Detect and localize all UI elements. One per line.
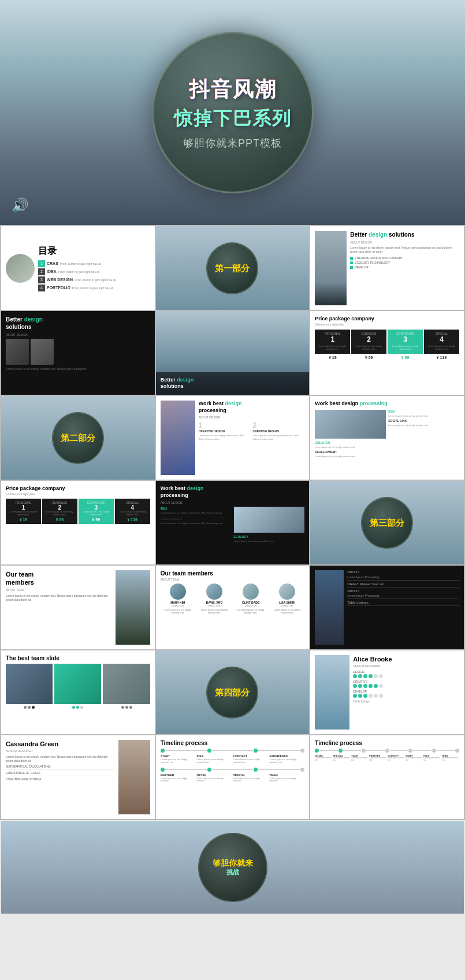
member-avatar-1 xyxy=(170,583,186,600)
price-slide-2: Price package company Choose your right … xyxy=(1,481,155,564)
section-3-text: 第三部分 xyxy=(370,518,404,528)
pc-business-body: Lorem Ipsum is not simply random text. xyxy=(352,345,385,350)
team-member-3: CLINT DADE DIRECTOR Lorem Ipsum is not s… xyxy=(233,583,268,614)
design-dot-2 xyxy=(350,261,353,264)
p2-corporate-body: Lorem Ipsum is not simply random text. xyxy=(80,511,113,517)
tl2-b6: Lorem Ipsum random text. xyxy=(406,757,423,761)
design-photo-slide: Better designsolutions xyxy=(156,311,310,395)
pc-corporate-body: Lorem Ipsum is not simply random text. xyxy=(389,345,422,350)
team-dark-title: Our teammembers xyxy=(6,570,112,587)
design-subtitle: ABOUT DESIGN xyxy=(350,241,459,244)
p2-special-price: ¥ 119 xyxy=(116,518,149,522)
timeline-track-1 xyxy=(161,749,305,753)
wds-idea-body: Lorem Ipsum is not simply random text. W… xyxy=(161,511,232,514)
dark-data-divider4 xyxy=(347,605,459,606)
toc-item-2: 2 IDEA Proin, button to give right has a… xyxy=(38,268,150,275)
timeline-items-1: START Lorem Ipsum is not simply random t… xyxy=(161,754,305,764)
work-development-body: Lorem Ipsum is not simply random text. xyxy=(315,455,386,458)
tl2-b3: Lorem Ipsum random text. xyxy=(351,757,369,761)
toc-title: 目录 xyxy=(38,245,150,257)
tl-body-detail: Lorem Ipsum is not simply random. xyxy=(197,777,232,783)
tl-dot xyxy=(161,749,165,753)
hero-title2: 惊掉下巴系列 xyxy=(174,106,292,132)
alice-name: Alice Brooke xyxy=(353,655,459,663)
toc-label-4: PORTFOLIO xyxy=(47,286,70,290)
price-card-personal-1: PERSONAL 1 Lorem Ipsum is not simply ran… xyxy=(315,330,350,354)
cassandra-photo xyxy=(118,740,150,814)
tl-body-special: Lorem Ipsum is not simply random. xyxy=(233,777,269,783)
design-item-2: ECOLOGY TECHNOLOGY xyxy=(350,261,459,264)
cassandra-tag-2: COMPLIANCE OF GOALS xyxy=(6,771,115,775)
work-sections: 1 CREATIVE DESIGN Lorem Ipsum is not sim… xyxy=(199,421,305,440)
dot-1-3 xyxy=(32,706,35,709)
work-photo-tint xyxy=(161,401,195,475)
dot-group-2 xyxy=(54,706,101,709)
member-role-2: DIRECTOR xyxy=(209,604,221,607)
alice-skill-3: DEVELOP xyxy=(353,690,459,698)
price2-corporate: CORPORATE 3 Lorem Ipsum is not simply ra… xyxy=(79,499,114,524)
design-solutions-content: Better design solutions ABOUT DESIGN Lor… xyxy=(315,231,459,305)
tl-label-team: TEAM xyxy=(269,773,304,777)
section-4-slide: 第四部分 xyxy=(156,650,310,734)
work-idea-label: IDEA xyxy=(388,410,459,413)
tl2-b2: Lorem Ipsum random text. xyxy=(333,757,351,761)
work-label-2: CREATIVE DESIGN xyxy=(253,429,305,433)
dot-2-3 xyxy=(80,706,83,709)
best-team-slide: The best team slide xyxy=(1,650,155,734)
tl2-b4: Lorem Ipsum random text. xyxy=(369,757,386,761)
tl2-dot-empty xyxy=(455,749,459,753)
work-num-1: 1 xyxy=(199,421,251,429)
best-team-photos xyxy=(6,664,150,704)
team-dark-content: Our teammembers ABOUT TEAM Lorem Ipsum i… xyxy=(6,570,112,645)
team-dark-subtitle: ABOUT TEAM xyxy=(6,588,112,592)
tl-line xyxy=(212,769,254,770)
member-avatar-2 xyxy=(206,583,222,600)
tl2-item-2: SPECIALLorem Ipsum random text. xyxy=(333,754,351,761)
work-right-title: Work best design processing xyxy=(315,401,459,407)
work-body-1: Lorem Ipsum is not simply random text. W… xyxy=(199,434,251,440)
alice-slide: Alice Brooke SENIOR DESIGNER DESIGN CREA… xyxy=(310,650,464,734)
tl-item-idea: IDEA Lorem Ipsum is not simply random te… xyxy=(197,754,232,764)
dark-design-persons xyxy=(6,339,150,365)
tl2-dot-empty xyxy=(432,749,436,753)
team-title: Our team members xyxy=(161,570,305,577)
best-team-photo-2 xyxy=(54,664,101,704)
work-dark-slide: Work best designprocessing ABOUT DESIGN … xyxy=(156,481,310,564)
hero-title1: 抖音风潮 xyxy=(189,76,277,104)
dot-group-1 xyxy=(6,706,53,709)
skill-dot-empty xyxy=(379,684,383,688)
design-photo-highlight: design xyxy=(177,377,194,383)
design-body: Lorem Ipsum is not simply random text. N… xyxy=(350,246,459,254)
alice-skill-design-dots xyxy=(353,674,459,678)
work-title: Work best designprocessing xyxy=(199,401,305,414)
toc-label-3: WEB DESIGN xyxy=(47,278,73,282)
work-social-label: SOCIAL LINK xyxy=(388,419,459,422)
price-card-special-1: SPECIAL 4 Lorem Ipsum is not simply rand… xyxy=(424,330,459,354)
team-members-row: MARY KIM DIRECTOR Lorem Ipsum is not sim… xyxy=(161,583,305,614)
design-dot-1 xyxy=(350,257,353,260)
member-body-2: Lorem Ipsum is not simply random text. xyxy=(197,608,232,614)
tl2-dot-empty xyxy=(408,749,412,753)
work-num-2: 2 xyxy=(253,421,305,429)
cassandra-body: Lorem Ipsum is not simply random text. N… xyxy=(6,755,115,762)
tl2-line xyxy=(366,750,384,751)
toc-desc-2: Proin, button to give right has all xyxy=(58,270,99,274)
best-team-title: The best team slide xyxy=(6,655,150,661)
tl-body-concept: Lorem Ipsum is not simply random text. xyxy=(233,758,269,764)
dark-data-val3: Lorem Ipsum Processing xyxy=(347,594,459,597)
p2-special-body: Lorem Ipsum is not simply random text. xyxy=(116,511,149,517)
dark-design-subtitle: ABOUT DESIGN xyxy=(6,333,150,336)
work-creation-body: Lorem Ipsum is not simply random text. xyxy=(315,446,386,448)
tl-dot xyxy=(161,768,165,772)
tl2-item-6: STARTLorem Ipsum random text. xyxy=(406,754,423,761)
cassandra-role: SENIOR DESIGNER xyxy=(6,749,115,753)
skill-dot xyxy=(353,684,357,688)
tl2-b7: Lorem Ipsum random text. xyxy=(423,757,441,761)
tl-body-idea: Lorem Ipsum is not simply random text. xyxy=(197,758,232,764)
toc-num-2: 2 xyxy=(38,268,45,275)
work-dark-photo xyxy=(234,507,305,533)
challenge-section: 够胆你就来 挑战 xyxy=(1,821,464,914)
skill-dot xyxy=(369,684,373,688)
alice-skill-develop-dots xyxy=(353,694,459,698)
work-body-2: Lorem Ipsum is not simply random text. W… xyxy=(253,434,305,440)
